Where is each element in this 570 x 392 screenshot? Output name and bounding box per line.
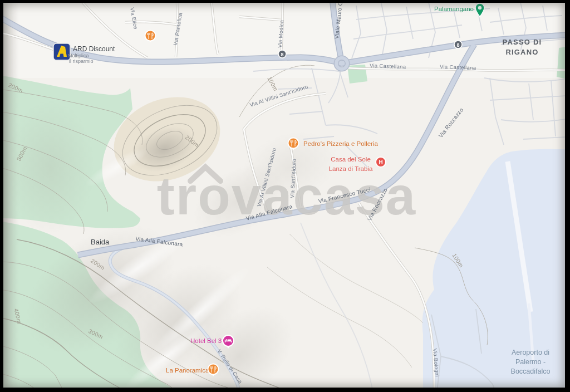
map-canvas[interactable]: trovacasa 200m 300m 200m 100m 200m 400m … — [3, 3, 565, 388]
route-shield-8-west: 8 — [278, 50, 286, 58]
poi-label-la-panoramica[interactable]: La Panoramica — [166, 367, 209, 374]
screenshot-frame: trovacasa 200m 300m 200m 100m 200m 400m … — [0, 0, 570, 392]
district-label-passo-di-rigano-line1: PASSO DI — [503, 38, 542, 46]
hospital-marker-icon[interactable]: H — [376, 157, 386, 167]
ard-tagline-line2: il risparmio — [69, 58, 94, 64]
airport-label-line2: Palermo - — [515, 358, 546, 366]
place-label-baida: Baida — [91, 238, 110, 246]
ard-tagline-line1: Moltiplica — [68, 53, 89, 58]
map-viewport[interactable]: trovacasa 200m 300m 200m 100m 200m 400m … — [3, 3, 565, 388]
airport-label-line3: Boccadifalco — [511, 367, 551, 375]
route-shield-number: 8 — [456, 42, 459, 48]
road-label-via-castellana-1: Via Castellana — [370, 62, 406, 70]
poi-label-casa-line1[interactable]: Casa del Sole — [331, 156, 371, 163]
poi-label-palamangano: Palamangano — [434, 6, 474, 12]
route-shield-8-east: 8 — [454, 41, 462, 48]
ard-brand-name: ARD Discount — [73, 45, 115, 53]
road-label-via-castellana-2: Via Castellana — [440, 63, 476, 71]
poi-label-casa-line2[interactable]: Lanza di Trabia — [329, 165, 373, 172]
route-shield-number: 8 — [281, 52, 283, 57]
poi-label-pedros[interactable]: Pedro's Pizzeria e Polleria — [303, 140, 378, 147]
hospital-h-glyph: H — [379, 159, 382, 165]
airport-label-line1: Aeroporto di — [512, 349, 549, 356]
poi-label-hotel-bel3[interactable]: Hotel Bel 3 — [190, 337, 222, 344]
district-label-passo-di-rigano-line2: RIGANO — [505, 48, 538, 56]
watermark: trovacasa — [157, 166, 416, 226]
